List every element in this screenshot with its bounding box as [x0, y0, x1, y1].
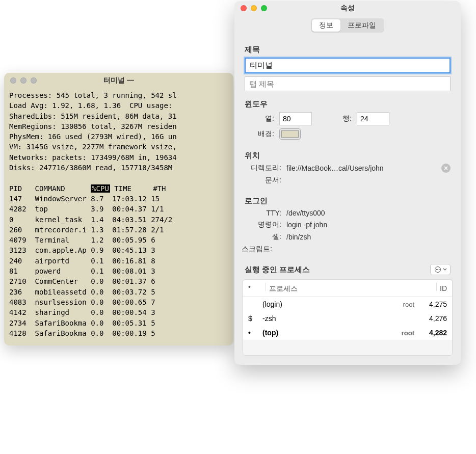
- section-title: 제목: [234, 39, 461, 93]
- section-label-processes: 실행 중인 프로세스: [245, 265, 310, 275]
- section-processes-header: 실행 중인 프로세스: [234, 264, 461, 275]
- segmented-control: 정보 프로파일: [311, 18, 384, 33]
- section-label-title: 제목: [245, 45, 451, 55]
- cmd-label: 명령어:: [245, 220, 281, 229]
- close-button[interactable]: [10, 77, 16, 84]
- tty-label: TTY:: [245, 209, 281, 217]
- script-label: 스크립트:: [242, 245, 278, 254]
- inspector-title: 속성: [234, 4, 461, 13]
- ellipsis-circle-icon: [434, 266, 441, 273]
- tab-bar: 정보 프로파일: [234, 15, 461, 39]
- col-id[interactable]: ID: [440, 284, 447, 292]
- zoom-button[interactable]: [261, 5, 267, 11]
- process-row[interactable]: $-zsh4,276: [243, 311, 452, 326]
- section-window: 윈도우 열: 행: 배경:: [234, 93, 461, 145]
- cmd-value: login -pf john: [286, 221, 327, 229]
- terminal-output[interactable]: Processes: 545 total, 3 running, 542 sl …: [4, 88, 233, 345]
- section-label-location: 위치: [245, 151, 451, 161]
- bg-label: 배경:: [245, 129, 274, 139]
- section-login: 로그인 TTY: /dev/ttys000 명령어: login -pf joh…: [234, 190, 461, 259]
- doc-label: 문서:: [245, 176, 281, 185]
- shell-label: 셸:: [245, 232, 281, 242]
- svg-point-1: [436, 269, 437, 270]
- tab-info[interactable]: 정보: [312, 19, 340, 32]
- minimize-button[interactable]: [20, 77, 27, 84]
- rows-label: 행:: [342, 114, 352, 123]
- inspector-titlebar[interactable]: 속성: [234, 1, 461, 15]
- tab-title-input[interactable]: [245, 76, 451, 91]
- section-label-window: 윈도우: [245, 99, 451, 109]
- dir-value: file://MacBook…cal/Users/john: [286, 164, 436, 172]
- terminal-titlebar[interactable]: 터미널 —: [4, 73, 233, 88]
- x-icon: [443, 166, 448, 171]
- tty-value: /dev/ttys000: [286, 209, 325, 217]
- more-options-button[interactable]: [430, 264, 451, 275]
- zoom-button[interactable]: [31, 77, 37, 84]
- process-table: • 프로세스 ID (login)root4,275$-zsh4,276•(to…: [243, 279, 453, 356]
- bg-color-well[interactable]: [279, 128, 301, 140]
- window-title-input[interactable]: [245, 58, 451, 73]
- svg-point-2: [437, 269, 438, 270]
- process-table-header: • 프로세스 ID: [243, 280, 452, 297]
- dir-label: 디렉토리:: [245, 164, 281, 173]
- rows-input[interactable]: [357, 112, 389, 125]
- clear-directory-button[interactable]: [441, 164, 451, 173]
- close-button[interactable]: [241, 5, 247, 11]
- chevron-down-icon: [443, 268, 447, 272]
- cols-label: 열:: [245, 114, 274, 123]
- inspector-traffic-lights: [241, 5, 267, 11]
- col-process[interactable]: 프로세스: [269, 284, 298, 292]
- process-row[interactable]: (login)root4,275: [243, 297, 452, 311]
- section-location: 위치 디렉토리: file://MacBook…cal/Users/john 문…: [234, 145, 461, 190]
- minimize-button[interactable]: [251, 5, 257, 11]
- process-row[interactable]: •(top)root4,282: [243, 326, 452, 340]
- svg-point-3: [438, 269, 439, 270]
- process-table-footer: [243, 340, 452, 355]
- section-label-login: 로그인: [245, 196, 451, 206]
- inspector-window: 속성 정보 프로파일 제목 윈도우 열: 행: 배경: 위치 디렉토리:: [234, 1, 461, 365]
- terminal-title: 터미널 —: [9, 76, 228, 85]
- terminal-traffic-lights: [10, 77, 37, 84]
- terminal-window: 터미널 — Processes: 545 total, 3 running, 5…: [4, 73, 233, 345]
- cols-input[interactable]: [279, 112, 312, 125]
- tab-profile[interactable]: 프로파일: [340, 19, 383, 32]
- shell-value: /bin/zsh: [286, 233, 311, 241]
